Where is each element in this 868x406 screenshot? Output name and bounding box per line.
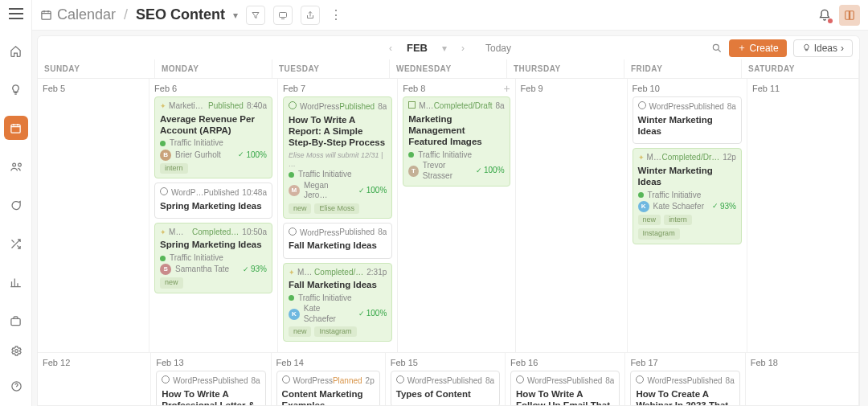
event-time: 10:50a [242, 228, 267, 238]
event-card[interactable]: WordPress Published8aHow To Write A Prof… [156, 371, 265, 405]
event-card[interactable]: M… Completed/…2:31pFall Marketing IdeasT… [283, 263, 392, 342]
calendar-cell[interactable]: Feb 18 [746, 353, 859, 405]
event-card[interactable]: WordPress Published8aHow To Write A Foll… [510, 371, 620, 405]
weekday-header: SUNDAY [38, 59, 155, 78]
add-event-icon[interactable]: + [503, 82, 510, 95]
avatar: K [289, 309, 300, 320]
event-card[interactable]: Marketi… Published8:40aAverage Revenue P… [154, 96, 272, 178]
event-card[interactable]: WordPress Published8aHow To Write A Repo… [283, 96, 392, 219]
calendar-cell[interactable]: Feb 13WordPress Published8aHow To Write … [151, 353, 271, 405]
event-status: Completed/… [314, 268, 363, 278]
event-card[interactable]: WordPress Published8aWinter Marketing Id… [633, 96, 742, 144]
crumb-current[interactable]: SEO Content [136, 6, 225, 23]
crumb-root[interactable]: Calendar [57, 6, 116, 23]
calendar-cell[interactable]: Feb 15WordPress Published8aTypes of Cont… [386, 353, 506, 405]
avatar: S [160, 264, 171, 275]
spark-icon: Marketi… [160, 101, 203, 112]
calendar-cell[interactable]: Feb 16WordPress Published8aHow To Write … [506, 353, 625, 405]
month-dropdown-icon[interactable]: ▾ [439, 43, 450, 54]
event-title: Spring Marketing Ideas [160, 200, 267, 211]
book-icon[interactable] [839, 5, 860, 26]
svg-rect-0 [11, 125, 20, 133]
weekday-header: TUESDAY [272, 59, 390, 78]
event-meta: WordPress Published8a [289, 228, 387, 239]
event-tags: intern [160, 163, 267, 174]
event-assignee: MMegan Jero…100% [289, 181, 387, 201]
event-meta: WordPress Published8a [162, 375, 260, 387]
left-rail [0, 0, 32, 406]
event-meta: WordPress Published8a [289, 101, 387, 113]
wp-icon: WordPress [638, 101, 689, 113]
gear-icon[interactable] [4, 338, 28, 363]
today-button[interactable]: Today [485, 43, 511, 54]
event-card[interactable]: WordPress Planned2pContent Marketing Exa… [276, 371, 380, 405]
calendar-cell[interactable]: Feb 12 [38, 353, 151, 405]
briefcase-icon[interactable] [4, 309, 28, 333]
event-progress: 100% [358, 186, 387, 196]
tag: new [289, 203, 312, 214]
calendar-cell[interactable]: Feb 14WordPress Planned2pContent Marketi… [272, 353, 386, 405]
event-tags: newElise Moss [289, 203, 387, 214]
event-title: Fall Marketing Ideas [289, 279, 387, 290]
event-card[interactable]: WordPress Published8aTypes of Content [391, 371, 500, 405]
event-status: Completed… [192, 228, 239, 238]
calendar-cell[interactable]: Feb 7WordPress Published8aHow To Write A… [278, 79, 398, 353]
share-button[interactable] [301, 6, 320, 25]
initiative-dot-icon [160, 141, 166, 146]
hamburger-icon[interactable] [9, 8, 23, 19]
event-card[interactable]: WordP… Published10:48aSpring Marketing I… [154, 182, 272, 219]
event-card[interactable]: M… Completed…10:50aSpring Marketing Idea… [154, 223, 272, 293]
event-time: 2p [366, 376, 375, 387]
tag: Instagram [314, 326, 356, 337]
event-meta: WordPress Published8a [638, 101, 736, 113]
event-initiative: Traffic Initiative [408, 150, 504, 161]
event-card[interactable]: M… Completed/Draft8aMarketing Management… [403, 96, 510, 187]
event-time: 8a [251, 376, 260, 387]
next-month-button[interactable]: › [458, 43, 468, 54]
cell-date: Feb 5 [43, 84, 144, 93]
create-button[interactable]: ＋Create [729, 39, 787, 57]
event-title: Types of Content [396, 388, 494, 400]
event-progress: 100% [238, 150, 267, 161]
calendar-cell[interactable]: Feb 9 [516, 79, 628, 353]
calendar-cell[interactable]: Feb 17WordPress Published8aHow To Create… [625, 353, 745, 405]
cell-date: Feb 9 [521, 84, 622, 93]
event-card[interactable]: WordPress Published8aFall Marketing Idea… [283, 223, 392, 259]
calendar-icon[interactable] [4, 116, 28, 140]
chart-icon[interactable] [4, 270, 28, 294]
calendar-cell[interactable]: Feb 6Marketi… Published8:40aAverage Reve… [149, 79, 278, 353]
help-icon[interactable] [4, 374, 28, 398]
cell-date: Feb 8 [403, 84, 510, 93]
calendar-cell[interactable]: Feb 5 [38, 79, 149, 353]
people-icon[interactable] [4, 154, 28, 178]
fold-icon: M… [408, 101, 433, 112]
ideas-button[interactable]: Ideas› [793, 39, 853, 57]
event-status: Published [208, 101, 244, 112]
event-initiative: Traffic Initiative [289, 293, 387, 304]
month-label[interactable]: FEB [407, 42, 428, 54]
event-time: 8a [726, 376, 735, 387]
event-initiative: Traffic Initiative [289, 170, 387, 180]
chevron-down-icon[interactable]: ▾ [233, 10, 238, 21]
cell-date: Feb 15 [391, 358, 500, 367]
calendar-cell[interactable]: Feb 10WordPress Published8aWinter Market… [628, 79, 747, 353]
bell-icon[interactable] [818, 9, 831, 22]
crumb-separator: / [124, 6, 128, 23]
event-meta: WordPress Published8a [396, 375, 494, 387]
calendar-cell[interactable]: Feb 11 [747, 79, 859, 353]
calendar-cell[interactable]: Feb 8+M… Completed/Draft8aMarketing Mana… [398, 79, 515, 353]
shuffle-icon[interactable] [4, 232, 28, 256]
display-button[interactable] [273, 6, 293, 25]
filter-button[interactable] [246, 6, 265, 25]
search-icon[interactable] [711, 43, 723, 54]
event-assignee: BBrier Gurholt100% [160, 150, 267, 161]
event-card[interactable]: M… Completed/Dr…12pWinter Marketing Idea… [633, 148, 742, 244]
chat-icon[interactable] [4, 193, 28, 217]
bulb-icon[interactable] [4, 77, 28, 101]
cell-date: Feb 18 [751, 358, 854, 367]
prev-month-button[interactable]: ‹ [386, 43, 395, 54]
event-card[interactable]: WordPress Published8aHow To Create A Web… [630, 371, 739, 405]
more-icon[interactable]: ⋮ [330, 7, 342, 23]
home-icon[interactable] [4, 39, 28, 63]
event-progress: 93% [243, 265, 267, 275]
